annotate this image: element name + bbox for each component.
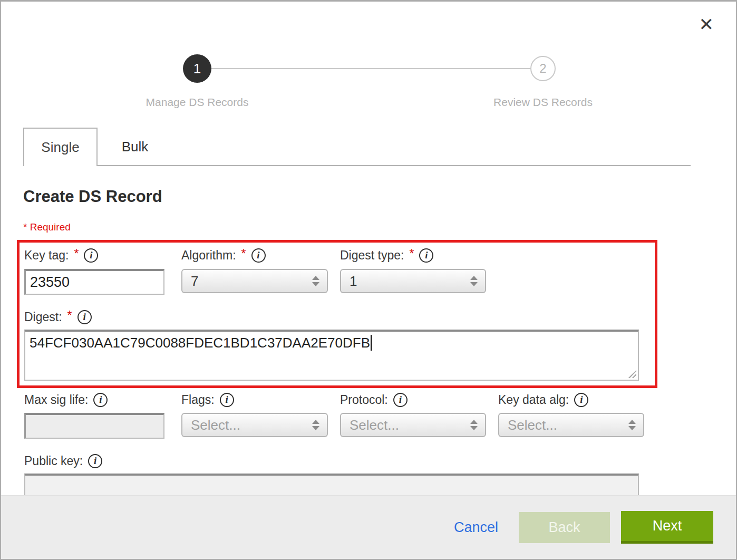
key-tag-label-text: Key tag: [24,248,69,263]
flags-info-icon[interactable]: i [220,393,234,407]
step-2-circle[interactable]: 2 [530,56,556,81]
max-sig-life-label: Max sig life: i [24,393,108,407]
max-sig-life-label-text: Max sig life: [24,393,88,407]
key-data-alg-selected-value: Select... [508,417,628,433]
max-sig-life-input[interactable] [24,413,164,439]
select-arrows-icon [470,276,478,286]
algorithm-selected-value: 7 [191,273,312,289]
algorithm-label-text: Algorithm: [181,248,236,263]
key-data-alg-label-text: Key data alg: [498,393,569,407]
text-caret [371,335,372,351]
digest-type-required-star: * [409,247,414,261]
close-icon[interactable]: ✕ [699,15,714,33]
next-button[interactable]: Next [621,511,713,544]
protocol-label: Protocol: i [340,393,408,407]
digest-info-icon[interactable]: i [77,310,92,324]
digest-type-select[interactable]: 1 [340,269,486,293]
required-note-star: * [23,221,27,233]
digest-type-label: Digest type: * i [340,248,433,263]
digest-label-text: Digest: [24,310,62,324]
algorithm-info-icon[interactable]: i [251,248,266,263]
protocol-info-icon[interactable]: i [393,393,408,407]
digest-type-label-text: Digest type: [340,248,404,263]
algorithm-label: Algorithm: * i [181,248,266,263]
step-1-circle[interactable]: 1 [183,54,211,83]
select-arrows-icon [312,420,319,430]
flags-selected-value: Select... [191,417,312,433]
select-arrows-icon [628,420,636,430]
step-2-label: Review DS Records [493,96,593,109]
tab-bulk[interactable]: Bulk [98,128,172,166]
select-arrows-icon [470,420,478,430]
protocol-select[interactable]: Select... [340,413,486,437]
flags-label: Flags: i [181,393,234,407]
back-button[interactable]: Back [519,512,610,543]
digest-value: 54FCF030AA1C79C0088FDEC1BD1C37DAA2E70DFB [30,335,370,351]
key-tag-label: Key tag: * i [24,248,98,263]
key-data-alg-select[interactable]: Select... [498,413,644,437]
digest-textarea[interactable]: 54FCF030AA1C79C0088FDEC1BD1C37DAA2E70DFB [24,330,639,381]
required-note-text: Required [30,221,71,233]
algorithm-required-star: * [241,247,246,261]
digest-type-selected-value: 1 [350,273,470,289]
key-tag-required-star: * [74,247,79,261]
resize-grip-icon[interactable] [627,369,636,378]
key-tag-input[interactable] [24,269,164,295]
create-ds-record-modal: ✕ 1 2 Manage DS Records Review DS Record… [0,0,737,560]
required-note: * Required [23,221,71,233]
cancel-button[interactable]: Cancel [454,519,498,536]
stepper-track [211,68,531,69]
public-key-info-icon[interactable]: i [88,454,102,468]
key-tag-info-icon[interactable]: i [84,248,98,263]
flags-label-text: Flags: [181,393,215,407]
tab-single[interactable]: Single [23,128,98,166]
algorithm-select[interactable]: 7 [181,269,328,293]
key-data-alg-label: Key data alg: i [498,393,588,407]
public-key-label: Public key: i [24,454,102,468]
page-title: Create DS Record [23,187,162,206]
digest-type-info-icon[interactable]: i [419,248,433,263]
key-data-alg-info-icon[interactable]: i [574,393,588,407]
modal-footer: Cancel Back Next [1,495,736,559]
public-key-textarea[interactable] [24,474,639,498]
select-arrows-icon [312,276,319,286]
digest-required-star: * [67,308,72,323]
public-key-label-text: Public key: [24,454,83,468]
max-sig-life-info-icon[interactable]: i [93,393,108,407]
digest-label: Digest: * i [24,310,92,324]
protocol-selected-value: Select... [350,417,470,433]
flags-select[interactable]: Select... [181,413,328,437]
protocol-label-text: Protocol: [340,393,388,407]
step-1-label: Manage DS Records [146,96,249,109]
